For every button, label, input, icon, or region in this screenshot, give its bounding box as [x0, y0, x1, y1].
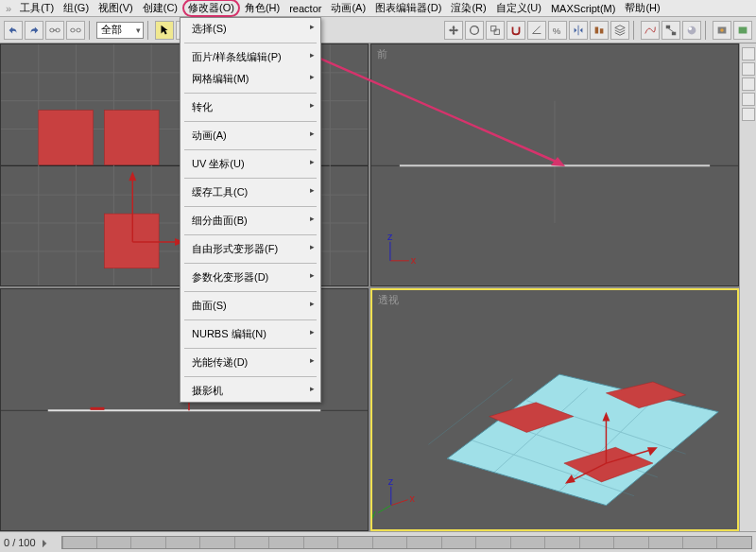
align-button[interactable] [590, 21, 609, 40]
axis-tripod: x z [387, 231, 417, 266]
axis-tripod: x z y [372, 475, 416, 520]
viewport-front-label: 前 [377, 47, 387, 61]
svg-rect-9 [494, 29, 499, 34]
select-button[interactable] [155, 21, 174, 40]
svg-rect-13 [666, 25, 670, 28]
panel-tab-hierarchy[interactable] [742, 78, 755, 91]
svg-rect-12 [600, 28, 604, 33]
viewport-perspective-label: 透视 [378, 293, 399, 307]
viewport-container: 前 x z 透视 [0, 43, 739, 531]
menu-create[interactable]: 创建(C) [138, 0, 182, 16]
material-button[interactable] [682, 21, 701, 40]
svg-rect-4 [77, 28, 80, 32]
menu-view[interactable]: 视图(V) [94, 0, 138, 16]
menubar: » 工具(T) 组(G) 视图(V) 创建(C) 修改器(O) 角色(H) re… [0, 0, 756, 17]
chevron-right-icon[interactable]: ⏵ [36, 537, 54, 548]
svg-text:x: x [410, 492, 416, 504]
curve-editor-button[interactable] [641, 21, 660, 40]
menu-item-nurbs[interactable]: NURBS 编辑(N) [180, 323, 320, 345]
object-box-2[interactable] [104, 111, 159, 165]
svg-point-16 [688, 26, 696, 34]
menu-item-convert[interactable]: 转化 [180, 96, 320, 118]
frame-total: 100 [18, 537, 35, 548]
svg-text:z: z [388, 475, 394, 487]
object-box-3[interactable] [104, 214, 159, 268]
menu-customize[interactable]: 自定义(U) [491, 0, 546, 16]
object-box-1[interactable] [39, 111, 94, 165]
svg-marker-38 [129, 171, 136, 181]
menu-graph[interactable]: 图表编辑器(D) [370, 0, 446, 16]
svg-rect-11 [595, 26, 599, 33]
panel-tab-create[interactable] [742, 47, 755, 60]
menu-maxscript[interactable]: MAXScript(M) [546, 2, 620, 15]
scale-button[interactable] [486, 21, 505, 40]
menu-render[interactable]: 渲染(R) [446, 0, 490, 16]
menu-animation[interactable]: 动画(A) [326, 0, 370, 16]
svg-text:%: % [553, 25, 561, 35]
combo-label: 全部 [101, 23, 122, 37]
menu-item-uv[interactable]: UV 坐标(U) [180, 153, 320, 175]
menu-item-param-deform[interactable]: 参数化变形器(D) [180, 267, 320, 288]
menu-chevrons: » [2, 3, 15, 14]
svg-text:x: x [411, 254, 417, 266]
move-button[interactable] [444, 21, 463, 40]
render-button[interactable] [713, 21, 731, 40]
svg-line-67 [378, 506, 391, 513]
mirror-button[interactable] [569, 21, 588, 40]
svg-text:y: y [372, 508, 376, 519]
menu-item-mesh-edit[interactable]: 网格编辑(M) [180, 68, 320, 90]
menu-character[interactable]: 角色(H) [240, 0, 284, 16]
menu-item-animation[interactable]: 动画(A) [180, 125, 320, 147]
menu-item-radiosity[interactable]: 光能传递(D) [180, 352, 320, 373]
frame-sep: / [9, 537, 18, 548]
panel-tab-modify[interactable] [742, 62, 755, 76]
timeline-slider[interactable] [61, 536, 752, 549]
unlink-button[interactable] [66, 21, 85, 40]
redo-button[interactable] [25, 21, 43, 40]
viewport-perspective[interactable]: 透视 x z y [370, 288, 739, 531]
statusbar: 0 / 100 ⏵ [0, 531, 756, 552]
snap-toggle[interactable] [507, 21, 525, 40]
menu-item-camera[interactable]: 摄影机 [180, 380, 320, 402]
viewport-front[interactable]: 前 x z [370, 43, 739, 286]
menu-item-subdiv[interactable]: 细分曲面(B) [180, 210, 320, 232]
menu-reactor[interactable]: reactor [284, 2, 326, 15]
svg-point-19 [720, 28, 724, 32]
svg-line-63 [391, 500, 408, 506]
svg-point-17 [689, 26, 693, 30]
panel-tab-display[interactable] [742, 108, 755, 121]
menu-tools[interactable]: 工具(T) [15, 0, 59, 16]
svg-rect-3 [71, 28, 75, 32]
modifiers-menu: 选择(S) 面片/样条线编辑(P) 网格编辑(M) 转化 动画(A) UV 坐标… [180, 17, 321, 403]
svg-line-15 [668, 28, 673, 32]
svg-text:z: z [387, 231, 393, 242]
menu-modifiers[interactable]: 修改器(O) [182, 0, 240, 17]
svg-rect-14 [672, 31, 676, 35]
grid-icon [371, 101, 738, 223]
toolbar: 全部 % [0, 17, 756, 43]
command-panel [739, 43, 756, 531]
selection-filter-combo[interactable]: 全部 [96, 22, 144, 39]
layers-button[interactable] [610, 21, 629, 40]
menu-item-cache[interactable]: 缓存工具(C) [180, 181, 320, 203]
angle-snap-toggle[interactable] [527, 21, 546, 40]
menu-item-selection[interactable]: 选择(S) [180, 18, 320, 40]
svg-rect-8 [491, 26, 496, 30]
rotate-button[interactable] [465, 21, 484, 40]
panel-tab-motion[interactable] [742, 93, 755, 106]
undo-button[interactable] [4, 21, 23, 40]
schematic-button[interactable] [662, 21, 680, 40]
menu-help[interactable]: 帮助(H) [620, 0, 664, 16]
menu-group[interactable]: 组(G) [59, 0, 94, 16]
svg-rect-20 [739, 26, 747, 33]
percent-snap-toggle[interactable]: % [548, 21, 567, 40]
menu-item-patch-spline[interactable]: 面片/样条线编辑(P) [180, 46, 320, 68]
menu-item-ffd[interactable]: 自由形式变形器(F) [180, 238, 320, 260]
menu-item-surface[interactable]: 曲面(S) [180, 295, 320, 317]
quick-render-button[interactable] [733, 21, 752, 40]
link-button[interactable] [45, 21, 64, 40]
